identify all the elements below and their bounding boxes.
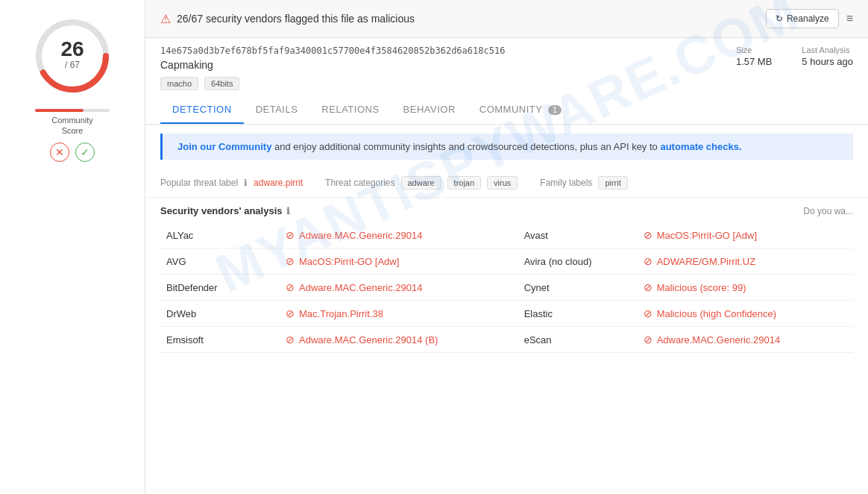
vendor-name: ALYac [160, 222, 280, 248]
malicious-icon: ⊘ [286, 229, 295, 241]
vendor-name: Elastic [518, 301, 638, 327]
do-you-want: Do you wa... [803, 206, 853, 216]
table-row: DrWeb ⊘ Mac.Trojan.Pirrit.38 Elastic ⊘ M [160, 301, 853, 327]
tag-64bits: 64bits [204, 77, 239, 90]
vendor-detection: ⊘ Mac.Trojan.Pirrit.38 [286, 307, 512, 319]
x-icon: ✕ [55, 146, 64, 158]
score-denominator: / 67 [60, 60, 84, 70]
tab-community[interactable]: COMMUNITY 1 [468, 96, 574, 124]
join-community-link[interactable]: Join our Community [177, 141, 271, 152]
vendor-detection: ⊘ Adware.MAC.Generic.29014 (B) [286, 334, 512, 346]
file-hash: 14e675a0d3b7ef678bf5faf9a340001c57700e4f… [160, 46, 736, 56]
table-row: AVG ⊘ MacOS:Pirrit-GO [Adw] Avira (no cl… [160, 248, 853, 275]
vendor-detection: ⊘ MacOS:Pirrit-GO [Adw] [286, 255, 512, 267]
vendor-detection: ⊘ MacOS:Pirrit-GO [Adw] [644, 229, 847, 241]
detection-text: Adware.MAC.Generic.29014 [299, 282, 422, 293]
threat-info-row: Popular threat label ℹ adware.pirrit Thr… [145, 169, 868, 198]
malicious-icon: ⊘ [644, 307, 652, 319]
tab-details[interactable]: DETAILS [244, 96, 310, 124]
table-row: ALYac ⊘ Adware.MAC.Generic.29014 Avast ⊘ [160, 222, 853, 248]
vendor-detection: ⊘ Adware.MAC.Generic.29014 [286, 281, 512, 293]
family-pirrit: pirrit [598, 176, 627, 190]
popular-threat: Popular threat label ℹ adware.pirrit [160, 178, 303, 188]
cat-adware: adware [401, 176, 441, 190]
top-bar: ⚠ 26/67 security vendors flagged this fi… [145, 0, 868, 38]
main-content: MYANTISPYWARE.COM ⚠ 26/67 security vendo… [145, 0, 868, 494]
table-row: Emsisoft ⊘ Adware.MAC.Generic.29014 (B) … [160, 327, 853, 353]
detection-text: Malicious (score: 99) [657, 282, 746, 293]
score-number: 26 [60, 39, 84, 60]
cat-trojan: trojan [447, 176, 482, 190]
left-panel: 26 / 67 Community Score ✕ ✓ [0, 0, 145, 494]
dislike-button[interactable]: ✕ [50, 143, 69, 162]
reanalyze-icon: ↻ [776, 13, 783, 24]
community-score-area: Community Score ✕ ✓ [0, 109, 145, 162]
vendor-name: Cynet [518, 275, 638, 301]
popular-threat-value[interactable]: adware.pirrit [254, 178, 303, 188]
file-left: 14e675a0d3b7ef678bf5faf9a340001c57700e4f… [160, 46, 736, 90]
vendor-detection: ⊘ Malicious (high Confidence) [644, 307, 847, 319]
vendor-detection: ⊘ Adware.MAC.Generic.29014 [644, 334, 847, 346]
cat-virus: virus [487, 176, 518, 190]
alert-text: 26/67 security vendors flagged this file… [177, 13, 415, 25]
check-icon: ✓ [81, 146, 89, 158]
tab-detection[interactable]: DETECTION [160, 96, 244, 124]
malicious-icon: ⊘ [644, 334, 652, 346]
vendor-name: Avast [518, 222, 638, 248]
alert-icon: ⚠ [160, 12, 171, 26]
file-right: Size 1.57 MB Last Analysis 5 hours ago [736, 46, 853, 67]
vendors-header: Security vendors' analysis ℹ Do you wa..… [160, 205, 853, 216]
score-circle: 26 / 67 [31, 15, 113, 97]
categories-label: Threat categories [325, 178, 394, 188]
vendors-table: ALYac ⊘ Adware.MAC.Generic.29014 Avast ⊘ [160, 222, 853, 353]
community-score-fill [35, 109, 84, 112]
detection-text: Adware.MAC.Generic.29014 [657, 334, 780, 346]
malicious-icon: ⊘ [286, 255, 295, 267]
file-size: Size 1.57 MB [736, 46, 772, 67]
automate-checks-link[interactable]: automate checks. [660, 141, 741, 152]
banner-text: and enjoy additional community insights … [274, 141, 660, 152]
vendor-name: eScan [518, 327, 638, 353]
vendor-detection: ⊘ Malicious (score: 99) [644, 281, 847, 293]
filter-button[interactable]: ≡ [846, 12, 853, 25]
detection-text: Mac.Trojan.Pirrit.38 [299, 308, 383, 319]
vendor-name: Avira (no cloud) [518, 248, 638, 275]
detection-text: ADWARE/GM.Pirrit.UZ [657, 256, 755, 267]
tabs-row: DETECTION DETAILS RELATIONS BEHAVIOR COM… [145, 96, 868, 125]
tab-relations[interactable]: RELATIONS [309, 96, 391, 124]
detection-text: Adware.MAC.Generic.29014 (B) [299, 334, 438, 346]
vendor-detection: ⊘ Adware.MAC.Generic.29014 [286, 229, 512, 241]
community-banner: Join our Community and enjoy additional … [160, 134, 853, 160]
detection-text: MacOS:Pirrit-GO [Adw] [299, 256, 399, 267]
last-analysis: Last Analysis 5 hours ago [802, 46, 853, 67]
malicious-icon: ⊘ [644, 255, 652, 267]
file-tags: macho 64bits [160, 77, 736, 90]
vendor-name: Emsisoft [160, 327, 280, 353]
file-name: Capmaking [160, 59, 736, 71]
file-info-row: 14e675a0d3b7ef678bf5faf9a340001c57700e4f… [145, 38, 868, 90]
community-score-bar [35, 109, 110, 112]
detection-text: MacOS:Pirrit-GO [Adw] [657, 230, 757, 241]
malicious-icon: ⊘ [286, 307, 295, 319]
tag-macho: macho [160, 77, 198, 90]
vendor-detection: ⊘ ADWARE/GM.Pirrit.UZ [644, 255, 847, 267]
malicious-icon: ⊘ [644, 229, 652, 241]
popular-threat-label: Popular threat label [160, 178, 238, 188]
family-labels: Family labels pirrit [540, 176, 627, 190]
reanalyze-label: Reanalyze [787, 13, 829, 24]
tab-behavior[interactable]: BEHAVIOR [391, 96, 468, 124]
community-badge: 1 [548, 105, 562, 115]
threat-categories: Threat categories adware trojan virus [325, 176, 518, 190]
malicious-icon: ⊘ [286, 334, 295, 346]
table-row: BitDefender ⊘ Adware.MAC.Generic.29014 C… [160, 275, 853, 301]
family-label: Family labels [540, 178, 592, 188]
detection-text: Adware.MAC.Generic.29014 [299, 230, 422, 241]
alert-row: ⚠ 26/67 security vendors flagged this fi… [160, 12, 415, 26]
like-button[interactable]: ✓ [75, 143, 95, 162]
community-score-label: Community Score [51, 115, 93, 137]
malicious-icon: ⊘ [644, 281, 652, 293]
vendors-title-text: Security vendors' analysis [160, 205, 283, 216]
threat-info-icon: ℹ [244, 178, 248, 188]
reanalyze-button[interactable]: ↻ Reanalyze [766, 9, 839, 28]
vendors-section: Security vendors' analysis ℹ Do you wa..… [145, 198, 868, 494]
